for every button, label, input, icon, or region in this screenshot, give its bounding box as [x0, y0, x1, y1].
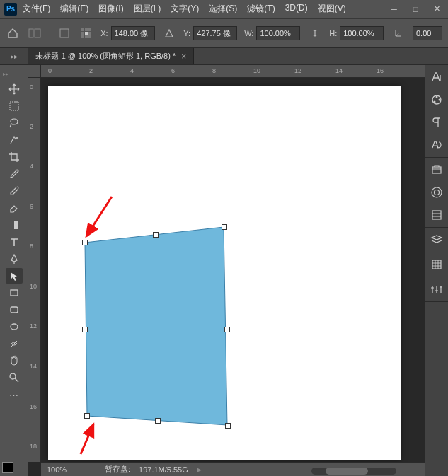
color-swatches[interactable] — [2, 462, 13, 473]
type-tool[interactable] — [6, 234, 23, 250]
transform-handle-bm[interactable] — [155, 418, 161, 424]
svg-rect-12 — [10, 102, 18, 110]
h-tick: 4 — [130, 67, 134, 74]
glyphs-panel-icon[interactable] — [429, 137, 444, 153]
paragraph-panel-icon[interactable] — [429, 115, 444, 130]
v-tick: 4 — [30, 163, 33, 170]
rectangle-tool[interactable] — [6, 285, 23, 301]
eraser-tool[interactable] — [6, 200, 23, 216]
transform-handle-ml[interactable] — [82, 327, 88, 332]
canvas[interactable] — [48, 86, 401, 460]
canvas-viewport[interactable] — [42, 78, 425, 462]
menu-3d[interactable]: 3D(D) — [285, 3, 308, 15]
minimize-button[interactable]: ─ — [386, 3, 403, 16]
anchor-point-icon[interactable] — [57, 25, 72, 41]
svg-line-20 — [81, 424, 93, 454]
close-button[interactable]: ✕ — [428, 3, 445, 16]
w-input[interactable] — [256, 26, 300, 40]
rounded-rectangle-shape[interactable] — [48, 86, 401, 460]
transform-handle-br[interactable] — [225, 423, 231, 429]
menu-select[interactable]: 选择(S) — [209, 3, 237, 15]
transform-ref-icon[interactable] — [28, 25, 42, 41]
menu-file[interactable]: 文件(F) — [23, 3, 50, 15]
transform-handle-bl[interactable] — [84, 413, 90, 419]
maximize-button[interactable]: □ — [407, 3, 424, 16]
home-icon[interactable] — [6, 25, 21, 41]
gradient-tool[interactable] — [6, 217, 23, 233]
x-input[interactable] — [111, 26, 155, 40]
transform-handle-mr[interactable] — [224, 327, 230, 332]
marquee-tool[interactable] — [6, 98, 23, 114]
menu-type[interactable]: 文字(Y) — [171, 3, 199, 15]
svg-rect-16 — [11, 307, 18, 313]
menu-image[interactable]: 图像(I) — [98, 3, 123, 15]
transform-handle-tr[interactable] — [222, 224, 227, 230]
foreground-swatch[interactable] — [2, 462, 13, 473]
h-input[interactable] — [340, 26, 384, 40]
menu-view[interactable]: 视图(V) — [318, 3, 346, 15]
scrollbar-thumb[interactable] — [326, 468, 368, 475]
character-panel-icon[interactable] — [429, 69, 444, 85]
panel-drag-handle[interactable]: ▸▸ — [0, 71, 8, 77]
zoom-value[interactable]: 100% — [47, 465, 96, 474]
channels-panel-icon[interactable] — [429, 257, 444, 272]
svg-rect-4 — [85, 28, 88, 31]
svg-rect-0 — [29, 29, 33, 37]
svg-rect-14 — [10, 221, 14, 229]
w-label: W: — [244, 29, 253, 37]
vertical-ruler[interactable]: 0 2 4 6 8 10 12 14 16 18 — [28, 78, 41, 462]
horizontal-scrollbar[interactable] — [311, 468, 396, 475]
h-tick: 8 — [212, 67, 216, 74]
quick-select-tool[interactable] — [6, 132, 23, 148]
pen-tool[interactable] — [6, 251, 23, 267]
menu-filter[interactable]: 滤镜(T) — [247, 3, 275, 15]
document-tab[interactable]: 未标题-1 @ 100% (圆角矩形 1, RGB/8) * × — [28, 48, 194, 64]
link-wh-icon[interactable] — [307, 25, 322, 41]
horizontal-ruler[interactable]: 0 2 4 6 8 10 12 14 16 — [41, 65, 425, 78]
shape-polygon[interactable] — [85, 227, 227, 425]
svg-rect-7 — [85, 32, 88, 35]
main-area: ▸▸ ⋯ 0 2 4 6 8 10 12 — [0, 65, 448, 476]
transform-angle-field — [413, 26, 442, 40]
tab-expand-toggle[interactable]: ▸▸ — [0, 48, 28, 64]
annotation-arrow-top — [76, 192, 119, 249]
ruler-origin[interactable] — [28, 65, 41, 78]
menu-edit[interactable]: 编辑(E) — [60, 3, 88, 15]
rounded-rect-tool[interactable] — [6, 302, 23, 318]
angle-icon — [391, 25, 406, 41]
crop-tool[interactable] — [6, 149, 23, 165]
transform-handle-tm[interactable] — [153, 232, 159, 238]
reference-grid-icon[interactable] — [79, 25, 93, 41]
h-label: H: — [329, 29, 337, 37]
h-tick: 2 — [89, 67, 93, 74]
zoom-tool[interactable] — [6, 370, 23, 385]
lasso-tool[interactable] — [6, 115, 23, 131]
cc-panel-icon[interactable] — [429, 185, 444, 200]
edit-toolbar-icon[interactable]: ⋯ — [6, 387, 23, 402]
ellipse-tool[interactable] — [6, 319, 23, 335]
h-tick: 0 — [48, 67, 52, 74]
angle-input[interactable] — [413, 26, 442, 40]
svg-point-27 — [435, 190, 440, 195]
delta-icon[interactable] — [162, 25, 177, 41]
document-tab-row: ▸▸ 未标题-1 @ 100% (圆角矩形 1, RGB/8) * × — [0, 48, 448, 65]
close-tab-icon[interactable]: × — [181, 52, 186, 62]
path-select-tool[interactable] — [6, 268, 23, 284]
swatches-panel-icon[interactable] — [429, 92, 444, 108]
y-label: Y: — [183, 29, 190, 37]
eyedropper-tool[interactable] — [6, 166, 23, 182]
menu-layer[interactable]: 图层(L) — [134, 3, 161, 15]
layers-panel-icon[interactable] — [429, 232, 444, 248]
app-logo: Ps — [4, 3, 17, 16]
status-menu-icon[interactable]: ▶ — [197, 466, 202, 473]
hand-tool[interactable] — [6, 353, 23, 368]
healing-tool[interactable] — [6, 336, 23, 352]
svg-line-19 — [86, 197, 112, 236]
brush-tool[interactable] — [6, 183, 23, 199]
properties-panel-icon[interactable] — [429, 207, 444, 223]
y-input[interactable] — [193, 26, 237, 40]
adjustments-panel-icon[interactable] — [429, 281, 444, 297]
libraries-panel-icon[interactable] — [429, 162, 444, 178]
v-tick: 8 — [30, 243, 33, 250]
move-tool[interactable] — [6, 81, 23, 97]
